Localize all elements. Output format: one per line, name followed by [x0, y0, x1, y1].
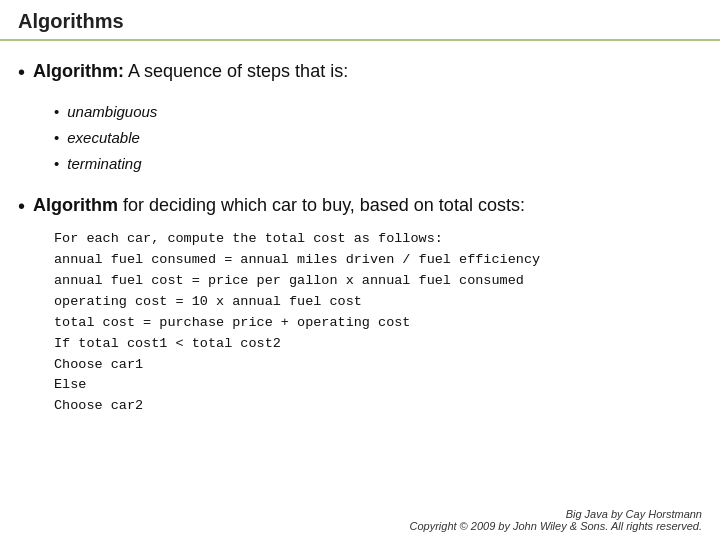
footer-line1: Big Java by Cay Horstmann: [18, 508, 702, 520]
section2-label: Algorithm: [33, 195, 118, 215]
section1-main-text: A sequence of steps that is:: [124, 61, 348, 81]
code-line-4: operating cost = 10 x annual fuel cost: [54, 292, 702, 313]
sub-bullet-text-1: unambiguous: [67, 101, 157, 122]
sub-bullet-dot-1: •: [54, 101, 59, 122]
page: Algorithms • Algorithm: A sequence of st…: [0, 0, 720, 540]
sub-bullet-2: • executable: [54, 127, 702, 148]
sub-bullet-dot-2: •: [54, 127, 59, 148]
section1-main-bullet: • Algorithm: A sequence of steps that is…: [18, 59, 702, 85]
sub-bullet-3: • terminating: [54, 153, 702, 174]
content: • Algorithm: A sequence of steps that is…: [0, 41, 720, 502]
section1-bullet-dot: •: [18, 59, 25, 85]
footer-line2: Copyright © 2009 by John Wiley & Sons. A…: [18, 520, 702, 532]
code-line-9: Choose car2: [54, 396, 702, 417]
page-title: Algorithms: [18, 10, 124, 32]
sub-bullet-dot-3: •: [54, 153, 59, 174]
code-line-7: Choose car1: [54, 355, 702, 376]
section2-bullet-text: Algorithm for deciding which car to buy,…: [33, 193, 525, 217]
code-line-5: total cost = purchase price + operating …: [54, 313, 702, 334]
sub-bullet-1: • unambiguous: [54, 101, 702, 122]
section2-main-text: for deciding which car to buy, based on …: [118, 195, 525, 215]
code-line-6: If total cost1 < total cost2: [54, 334, 702, 355]
section1-label: Algorithm:: [33, 61, 124, 81]
section2-bullet-dot: •: [18, 193, 25, 219]
section2: • Algorithm for deciding which car to bu…: [18, 193, 702, 417]
code-block: For each car, compute the total cost as …: [54, 229, 702, 417]
code-line-3: annual fuel cost = price per gallon x an…: [54, 271, 702, 292]
code-line-1: For each car, compute the total cost as …: [54, 229, 702, 250]
code-line-2: annual fuel consumed = annual miles driv…: [54, 250, 702, 271]
sub-bullet-text-3: terminating: [67, 153, 141, 174]
section2-main-bullet: • Algorithm for deciding which car to bu…: [18, 193, 702, 219]
code-line-8: Else: [54, 375, 702, 396]
sub-bullet-text-2: executable: [67, 127, 140, 148]
sub-bullets: • unambiguous • executable • terminating: [54, 101, 702, 179]
footer: Big Java by Cay Horstmann Copyright © 20…: [0, 502, 720, 540]
section1-bullet-text: Algorithm: A sequence of steps that is:: [33, 59, 348, 83]
header: Algorithms: [0, 0, 720, 41]
